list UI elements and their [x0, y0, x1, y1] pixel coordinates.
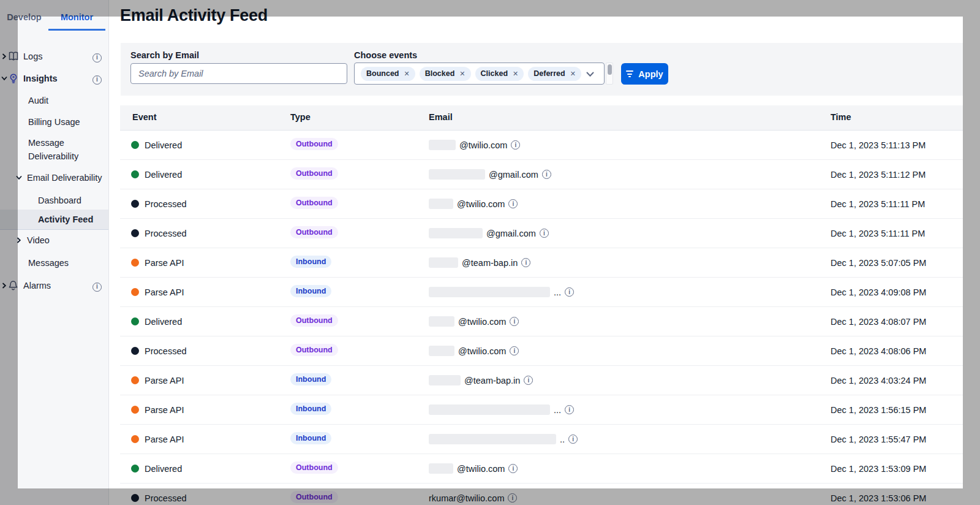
- table-row[interactable]: Processed Outbound @gmail.com i Dec 1, 2…: [120, 219, 963, 248]
- chip-remove-icon[interactable]: ✕: [459, 70, 465, 78]
- sidebar-item-messages[interactable]: Messages: [0, 251, 108, 275]
- info-icon[interactable]: i: [568, 435, 578, 444]
- event-chip-blocked[interactable]: Blocked✕: [420, 67, 471, 81]
- event-label: Parse API: [145, 376, 184, 385]
- type-cell: Outbound: [290, 167, 338, 180]
- event-cell: Delivered: [131, 131, 182, 159]
- sidebar-item-label: Message Deliverability: [28, 136, 102, 163]
- sidebar-item-activity-feed[interactable]: Activity Feed: [0, 210, 108, 230]
- tab-develop[interactable]: Develop: [0, 6, 48, 31]
- info-icon[interactable]: i: [510, 346, 519, 355]
- event-chip-clicked[interactable]: Clicked✕: [475, 67, 524, 81]
- sidebar-item-dashboard[interactable]: Dashboard: [0, 191, 108, 210]
- info-icon[interactable]: i: [510, 317, 519, 326]
- event-status-dot: [131, 229, 139, 237]
- info-icon[interactable]: i: [540, 229, 549, 238]
- chip-label: Blocked: [425, 69, 455, 78]
- chevron-down-icon[interactable]: [16, 175, 22, 181]
- sidebar-item-message-deliverability[interactable]: Message Deliverability: [0, 132, 108, 164]
- apply-button[interactable]: Apply: [621, 63, 668, 85]
- info-icon[interactable]: i: [511, 140, 520, 150]
- info-icon[interactable]: i: [565, 287, 574, 297]
- column-header-email: Email: [429, 112, 453, 122]
- info-icon[interactable]: i: [508, 199, 518, 208]
- table-row[interactable]: Parse API Inbound ... i Dec 1, 2023 4:09…: [120, 278, 963, 307]
- sidebar-item-insights[interactable]: Insightsi: [0, 67, 108, 89]
- info-icon[interactable]: i: [521, 258, 530, 267]
- sidebar-nav: LogsiInsightsiAuditBilling UsageMessage …: [0, 45, 108, 296]
- time-cell: Dec 1, 2023 5:07:05 PM: [831, 248, 926, 277]
- email-text: @twilio.com: [457, 464, 505, 474]
- table-row[interactable]: Processed Outbound @twilio.com i Dec 1, …: [120, 336, 963, 366]
- sidebar-item-audit[interactable]: Audit: [0, 89, 108, 111]
- chip-remove-icon[interactable]: ✕: [404, 70, 409, 78]
- email-text: @twilio.com: [457, 199, 505, 209]
- sidebar-item-alarms[interactable]: Alarmsi: [0, 275, 108, 296]
- event-status-dot: [131, 317, 139, 325]
- chevron-right-icon[interactable]: [1, 283, 7, 289]
- chip-label: Clicked: [481, 69, 508, 78]
- table-row[interactable]: Parse API Inbound @team-bap.in i Dec 1, …: [120, 248, 963, 278]
- column-header-type: Type: [290, 112, 311, 122]
- event-status-dot: [131, 406, 139, 414]
- info-icon[interactable]: i: [524, 376, 533, 385]
- email-text: @team-bap.in: [464, 376, 520, 385]
- sidebar-item-label: Audit: [28, 96, 48, 105]
- info-icon[interactable]: i: [508, 493, 517, 503]
- email-redaction: [429, 228, 483, 238]
- info-icon[interactable]: i: [92, 51, 102, 63]
- time-cell: Dec 1, 2023 5:11:11 PM: [831, 219, 925, 248]
- table-row[interactable]: Parse API Inbound .. i Dec 1, 2023 1:55:…: [120, 425, 963, 454]
- sidebar-item-video[interactable]: Video: [0, 230, 108, 251]
- chevron-down-icon[interactable]: [1, 75, 7, 82]
- sidebar-item-billing-usage[interactable]: Billing Usage: [0, 111, 108, 132]
- info-icon[interactable]: i: [565, 405, 574, 414]
- table-row[interactable]: Parse API Inbound @team-bap.in i Dec 1, …: [120, 366, 963, 395]
- search-input[interactable]: [130, 63, 347, 84]
- sidebar-item-logs[interactable]: Logsi: [0, 45, 108, 67]
- table-row[interactable]: Delivered Outbound @twilio.com i Dec 1, …: [120, 131, 963, 160]
- chevron-right-icon[interactable]: [16, 237, 22, 243]
- select-scrollbar-thumb[interactable]: [608, 64, 612, 75]
- chip-remove-icon[interactable]: ✕: [513, 70, 518, 78]
- email-cell: .. i: [429, 425, 578, 454]
- event-chip-bounced[interactable]: Bounced✕: [361, 67, 415, 81]
- type-pill: Outbound: [290, 491, 338, 503]
- table-row[interactable]: Delivered Outbound @twilio.com i Dec 1, …: [120, 307, 963, 336]
- table-row[interactable]: Processed Outbound rkumar@twilio.com i D…: [120, 484, 963, 505]
- tab-monitor[interactable]: Monitor: [48, 6, 105, 31]
- chevron-right-icon[interactable]: [1, 53, 7, 59]
- select-scrollbar[interactable]: [606, 63, 613, 85]
- chip-remove-icon[interactable]: ✕: [570, 70, 576, 78]
- events-multiselect[interactable]: Bounced✕Blocked✕Clicked✕Deferred✕: [354, 63, 605, 85]
- info-icon[interactable]: i: [508, 464, 518, 473]
- table-row[interactable]: Delivered Outbound @gmail.com i Dec 1, 2…: [120, 160, 963, 189]
- type-pill: Outbound: [290, 167, 338, 180]
- type-cell: Outbound: [290, 491, 338, 503]
- event-cell: Processed: [131, 219, 187, 248]
- table-row[interactable]: Parse API Inbound ... i Dec 1, 2023 1:56…: [120, 395, 963, 425]
- info-icon[interactable]: i: [92, 281, 102, 292]
- email-text: rkumar@twilio.com: [429, 493, 504, 503]
- email-cell: @twilio.com i: [429, 336, 519, 365]
- table-row[interactable]: Delivered Outbound @twilio.com i Dec 1, …: [120, 454, 963, 484]
- info-icon[interactable]: i: [542, 170, 551, 179]
- email-redaction: [429, 434, 556, 444]
- event-chip-deferred[interactable]: Deferred✕: [528, 67, 581, 81]
- sidebar-item-email-deliverability[interactable]: Email Deliverability: [0, 164, 108, 191]
- chevron-down-icon[interactable]: [586, 72, 594, 77]
- type-cell: Outbound: [290, 314, 338, 327]
- table-row[interactable]: Processed Outbound @twilio.com i Dec 1, …: [120, 189, 963, 219]
- event-status-dot: [131, 259, 139, 267]
- type-pill: Inbound: [290, 373, 331, 385]
- sidebar-item-label: Insights: [23, 74, 58, 83]
- time-cell: Dec 1, 2023 1:55:47 PM: [831, 425, 926, 454]
- info-icon[interactable]: i: [92, 74, 102, 85]
- sidebar-item-label: Video: [27, 235, 50, 245]
- event-cell: Parse API: [131, 366, 184, 395]
- time-cell: Dec 1, 2023 5:11:11 PM: [831, 189, 925, 218]
- lightbulb-icon: [8, 73, 19, 84]
- sidebar-tabs: Develop Monitor: [0, 6, 105, 31]
- event-cell: Parse API: [131, 278, 184, 306]
- sidebar-item-label: Messages: [28, 258, 69, 268]
